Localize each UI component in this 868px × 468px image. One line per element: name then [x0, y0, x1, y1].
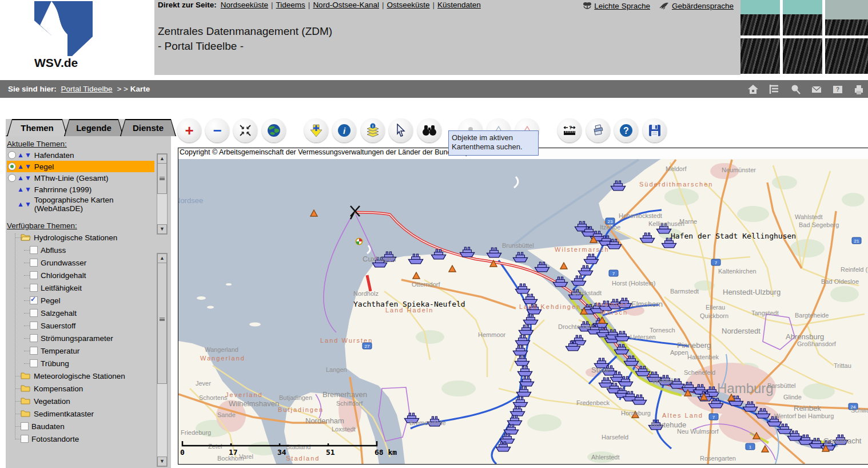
active-theme-label[interactable]: Hafendaten: [34, 151, 74, 160]
tree-item-label[interactable]: Baudaten: [31, 422, 65, 431]
layer-checkbox[interactable]: [30, 259, 38, 267]
layer-checkbox[interactable]: [30, 359, 38, 367]
tree-scrollbar[interactable]: ▲ ▼: [157, 253, 168, 467]
tree-item-label[interactable]: Vegetation: [34, 397, 70, 406]
save-button[interactable]: [643, 118, 667, 142]
tree-item-label[interactable]: Hydrologische Stationen: [34, 233, 117, 242]
svg-text:Hamburg: Hamburg: [717, 380, 774, 396]
tree-item-label[interactable]: Sauerstoff: [41, 322, 75, 330]
select-pointer-button[interactable]: [389, 118, 413, 142]
svg-text:Jeverland: Jeverland: [225, 391, 263, 398]
tab-dienste[interactable]: Dienste: [120, 119, 176, 136]
tree-item-label[interactable]: Strömungsparameter: [41, 334, 113, 343]
layer-checkbox[interactable]: [30, 322, 38, 330]
pointer-icon: [395, 124, 407, 137]
tab-legende[interactable]: Legende: [64, 119, 124, 136]
tree-item-label[interactable]: Grundwasser: [41, 259, 86, 267]
zoom-extent-button[interactable]: [233, 118, 257, 142]
gebaerdensprache-link[interactable]: Gebärdensprache: [659, 1, 734, 10]
direct-link[interactable]: Nordseeküste: [221, 1, 268, 9]
direct-link[interactable]: Tideems: [276, 1, 305, 9]
tree-item-label[interactable]: Temperatur: [41, 347, 79, 355]
svg-text:?: ?: [836, 86, 839, 93]
move-up-icon[interactable]: ▲: [17, 200, 23, 208]
svg-text:Ellerau: Ellerau: [706, 304, 725, 311]
scrollbar-thumb[interactable]: [157, 163, 167, 194]
folder-icon[interactable]: [21, 371, 31, 381]
search-icon[interactable]: [790, 84, 801, 95]
active-theme-row: ▲▼Fahrrinne (1999): [7, 184, 154, 195]
tree-layer-row: Trübung: [8, 357, 152, 370]
active-theme-label[interactable]: MThw-Linie (Gesamt): [34, 174, 109, 183]
measure-button[interactable]: ?: [558, 118, 582, 142]
active-theme-label[interactable]: Topographische Karten (WebAtlasDE): [34, 196, 134, 213]
move-down-icon[interactable]: ▼: [25, 185, 31, 193]
scroll-down-icon[interactable]: ▼: [157, 224, 167, 234]
tree-item-label[interactable]: Kompensation: [34, 384, 83, 393]
direct-link[interactable]: Nord-Ostsee-Kanal: [313, 1, 379, 9]
folder-icon[interactable]: [21, 384, 31, 394]
mail-icon[interactable]: [811, 84, 822, 95]
layer-checkbox[interactable]: [30, 246, 38, 254]
scroll-up-icon[interactable]: ▲: [157, 253, 167, 263]
layer-checkbox[interactable]: [30, 271, 38, 279]
breadcrumb-link-portal[interactable]: Portal Tideelbe: [61, 85, 113, 93]
scrollbar-thumb[interactable]: [157, 263, 167, 384]
tree-item-label[interactable]: Chloridgehalt: [41, 271, 86, 280]
sitemap-icon[interactable]: [769, 84, 780, 95]
direct-link[interactable]: Küstendaten: [437, 1, 481, 9]
tree-item-label[interactable]: Sedimentkataster: [34, 410, 94, 418]
folder-icon[interactable]: [21, 233, 31, 243]
zoom-in-button[interactable]: +: [177, 118, 201, 142]
folder-icon[interactable]: [21, 409, 31, 419]
zoom-previous-button[interactable]: [304, 118, 328, 142]
tree-item-label[interactable]: Abfluss: [41, 246, 66, 255]
tree-item-label[interactable]: Meteorologische Stationen: [34, 372, 125, 380]
move-down-icon[interactable]: ▼: [25, 200, 31, 208]
layer-checkbox[interactable]: [30, 309, 38, 317]
move-up-icon[interactable]: ▲: [17, 174, 23, 182]
print-icon[interactable]: [853, 84, 865, 95]
active-theme-label[interactable]: Pegel: [34, 162, 54, 171]
layer-checkbox[interactable]: [21, 422, 29, 430]
tab-themen[interactable]: Themen: [7, 119, 67, 136]
layer-checkbox[interactable]: [30, 347, 38, 355]
move-down-icon[interactable]: ▼: [25, 151, 31, 159]
move-down-icon[interactable]: ▼: [25, 162, 31, 170]
zoom-out-button[interactable]: −: [205, 118, 229, 142]
theme-info-button[interactable]: i: [361, 118, 385, 142]
move-down-icon[interactable]: ▼: [25, 174, 31, 182]
folder-icon[interactable]: [21, 396, 31, 406]
help-button[interactable]: ?: [614, 118, 638, 142]
scroll-up-icon[interactable]: ▲: [157, 154, 167, 164]
map-viewport[interactable]: Copyright © Arbeitsgemeinschaft der Verm…: [178, 148, 868, 465]
layer-checkbox[interactable]: [21, 435, 29, 443]
home-icon[interactable]: [747, 84, 759, 95]
direct-link[interactable]: Ostseeküste: [387, 1, 429, 9]
move-up-icon[interactable]: ▲: [17, 185, 23, 193]
tree-item-label[interactable]: Leitfähigkeit: [41, 284, 82, 292]
layer-checkbox[interactable]: [30, 296, 38, 304]
theme-radio[interactable]: [8, 174, 16, 182]
active-theme-label[interactable]: Fahrrinne (1999): [34, 185, 92, 194]
tree-item-label[interactable]: Fotostandorte: [31, 435, 79, 443]
layer-checkbox[interactable]: [30, 284, 38, 292]
floppy-disk-icon: [648, 124, 662, 137]
wsv-logo[interactable]: WSV.de: [0, 0, 154, 77]
tree-item-label[interactable]: Pegel: [41, 296, 61, 305]
print-map-button[interactable]: [586, 118, 610, 142]
overview-globe-button[interactable]: [262, 118, 286, 142]
move-up-icon[interactable]: ▲: [17, 151, 23, 159]
identify-info-button[interactable]: i: [332, 118, 356, 142]
theme-radio[interactable]: [8, 151, 16, 159]
tree-item-label[interactable]: Salzgehalt: [41, 309, 77, 318]
scroll-down-icon[interactable]: ▼: [157, 457, 167, 466]
help-icon[interactable]: ?: [832, 84, 843, 95]
theme-radio[interactable]: [8, 162, 16, 170]
search-objects-button[interactable]: [417, 118, 441, 142]
active-themes-scrollbar[interactable]: ▲ ▼: [157, 153, 168, 235]
move-up-icon[interactable]: ▲: [17, 162, 23, 170]
layer-checkbox[interactable]: [30, 334, 38, 342]
tree-item-label[interactable]: Trübung: [41, 359, 69, 368]
leichte-sprache-link[interactable]: Leichte Sprache: [583, 1, 650, 10]
